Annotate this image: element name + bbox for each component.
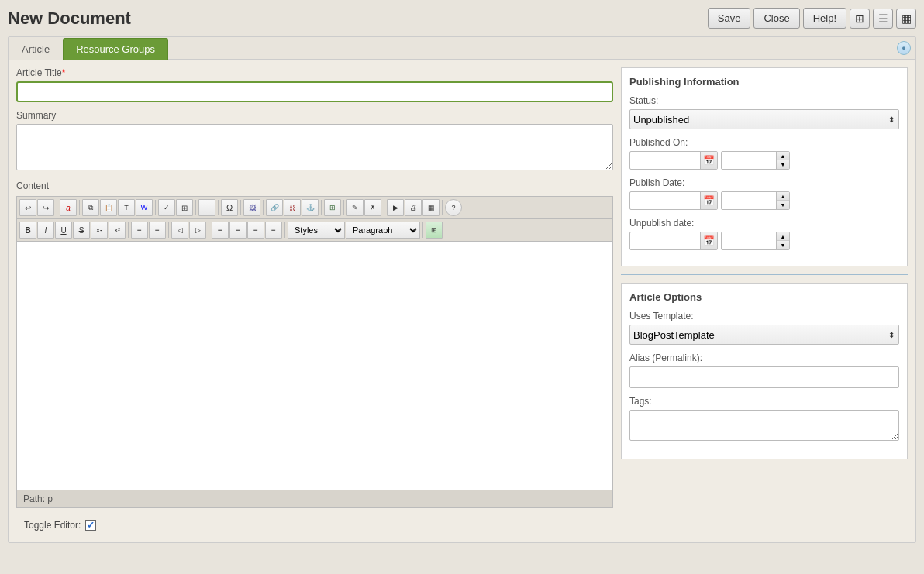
toolbar-paste-text[interactable]: T [118, 199, 135, 216]
toolbar-align-justify[interactable]: ≡ [265, 222, 282, 239]
unpublish-date-time-input[interactable] [722, 233, 776, 249]
toolbar-strikethrough[interactable]: S [73, 222, 90, 239]
toolbar-sep-9 [343, 200, 344, 215]
published-on-field: Published On: 📅 ▲ ▼ [629, 137, 899, 170]
toolbar-preview[interactable]: ▦ [422, 199, 440, 216]
toolbar-paste-word[interactable]: W [136, 199, 153, 216]
page-title: New Document [8, 9, 131, 29]
toolbar-sep-10 [384, 200, 384, 215]
toolbar-undo[interactable]: ↩ [19, 199, 36, 216]
toolbar-redo[interactable]: ↪ [37, 199, 54, 216]
article-options-title: Article Options [629, 291, 899, 303]
tab-circle-icon[interactable]: ● [897, 41, 911, 55]
publish-date-time-down[interactable]: ▼ [777, 201, 789, 209]
editor-wrapper: ↩ ↪ a ⧉ 📋 T W ✓ ⊞ [16, 196, 613, 508]
template-select[interactable]: BlogPostTemplate DefaultTemplate Landing… [629, 325, 899, 345]
toolbar-remove-format[interactable]: ✗ [364, 199, 381, 216]
editor-body[interactable] [17, 242, 612, 490]
article-title-field: Article Title* [16, 67, 613, 102]
unpublish-date-time-spin: ▲ ▼ [776, 232, 789, 249]
toolbar-sep-2 [79, 200, 80, 215]
view-icon-3[interactable]: ▦ [896, 9, 916, 29]
styles-select[interactable]: Styles [288, 222, 345, 239]
published-on-time-up[interactable]: ▲ [777, 152, 789, 160]
publish-date-calendar-icon[interactable]: 📅 [700, 192, 717, 209]
view-icon-2[interactable]: ☰ [873, 9, 893, 29]
published-on-inputs: 📅 ▲ ▼ [629, 151, 899, 170]
unpublish-date-input[interactable] [630, 233, 700, 249]
published-on-time-spin: ▲ ▼ [776, 152, 789, 169]
toolbar-sep-8 [321, 200, 322, 215]
view-icon-1[interactable]: ⊞ [850, 9, 870, 29]
toolbar-image[interactable]: 🖼 [243, 199, 260, 216]
publish-date-inputs: 📅 ▲ ▼ [629, 191, 899, 210]
publish-date-input[interactable] [630, 193, 700, 208]
toolbar-find[interactable]: ⊞ [176, 199, 193, 216]
toolbar-sep-r2-2 [168, 222, 169, 238]
publish-date-label: Publish Date: [629, 177, 899, 188]
toolbar-edit-html[interactable]: ✎ [346, 199, 364, 216]
toolbar-link[interactable]: 🔗 [266, 199, 283, 216]
summary-field: Summary [16, 110, 613, 173]
unpublish-date-time-up[interactable]: ▲ [777, 232, 789, 241]
published-on-calendar-icon[interactable]: 📅 [700, 152, 717, 169]
published-on-time-down[interactable]: ▼ [777, 160, 789, 169]
toolbar-special-char[interactable]: Ω [221, 199, 238, 216]
toolbar-anchor[interactable]: ⚓ [302, 199, 319, 216]
close-button[interactable]: Close [753, 8, 799, 29]
header: New Document Save Close Help! ⊞ ☰ ▦ [8, 8, 916, 29]
toolbar-align-center[interactable]: ≡ [229, 222, 247, 239]
left-panel: Article Title* Summary Content [16, 67, 613, 534]
toolbar-sep-r2-3 [209, 222, 209, 238]
status-select[interactable]: Unpublished Published Archived [629, 109, 899, 129]
toolbar-sep-r2-5 [422, 222, 423, 238]
toolbar-sep-4 [195, 200, 196, 215]
publish-date-field: Publish Date: 📅 ▲ ▼ [629, 177, 899, 210]
toolbar-underline[interactable]: U [55, 222, 72, 239]
toolbar-media[interactable]: ▶ [387, 199, 404, 216]
toolbar-copy[interactable]: ⧉ [82, 199, 99, 216]
publish-date-time-input[interactable] [722, 193, 776, 208]
toolbar-spell[interactable]: ✓ [158, 199, 175, 216]
toolbar-sep-r2-1 [128, 222, 129, 238]
styles-select-wrapper: Styles [288, 222, 345, 239]
toolbar-sep-r2-4 [284, 222, 285, 238]
toolbar-about[interactable]: ? [445, 199, 462, 216]
toolbar-table[interactable]: ⊞ [324, 199, 341, 216]
toolbar-align-left[interactable]: ≡ [212, 222, 229, 239]
toggle-editor-checkbox[interactable]: ✓ [85, 520, 96, 531]
published-on-date-input[interactable] [630, 153, 700, 168]
tab-resource-groups[interactable]: Resource Groups [63, 38, 168, 60]
save-button[interactable]: Save [708, 8, 751, 29]
tab-article[interactable]: Article [9, 38, 63, 60]
content-label: Content [16, 180, 613, 191]
toolbar-print[interactable]: 🖨 [405, 199, 422, 216]
toolbar-ol[interactable]: ≡ [149, 222, 166, 239]
toolbar-bold[interactable]: B [19, 222, 36, 239]
alias-input[interactable] [629, 366, 899, 388]
toolbar-line[interactable]: — [198, 199, 215, 216]
summary-input[interactable] [16, 124, 613, 170]
publish-date-time-up[interactable]: ▲ [777, 192, 789, 201]
tags-input[interactable] [629, 410, 899, 441]
toolbar-sup[interactable]: X² [109, 222, 126, 239]
unpublish-date-time-down[interactable]: ▼ [777, 241, 789, 249]
paragraph-select[interactable]: Paragraph [346, 222, 420, 239]
published-on-time-wrap: ▲ ▼ [721, 151, 790, 170]
toolbar-amazon[interactable]: a [60, 199, 77, 216]
toolbar-extra[interactable]: ⊞ [426, 222, 443, 239]
toolbar-sub[interactable]: X₂ [91, 222, 108, 239]
toolbar-outdent[interactable]: ◁ [171, 222, 188, 239]
help-button[interactable]: Help! [803, 8, 846, 29]
paragraph-select-wrapper: Paragraph [346, 222, 420, 239]
toolbar-italic[interactable]: I [37, 222, 54, 239]
unpublish-date-calendar-icon[interactable]: 📅 [700, 232, 717, 249]
toolbar-unlink[interactable]: ⛓ [284, 199, 301, 216]
toolbar-align-right[interactable]: ≡ [247, 222, 264, 239]
toolbar-ul[interactable]: ≡ [131, 222, 148, 239]
toolbar-paste[interactable]: 📋 [100, 199, 117, 216]
published-on-time-input[interactable] [722, 153, 776, 168]
alias-field: Alias (Permalink): [629, 352, 899, 388]
article-title-input[interactable] [16, 81, 613, 102]
toolbar-indent[interactable]: ▷ [189, 222, 206, 239]
